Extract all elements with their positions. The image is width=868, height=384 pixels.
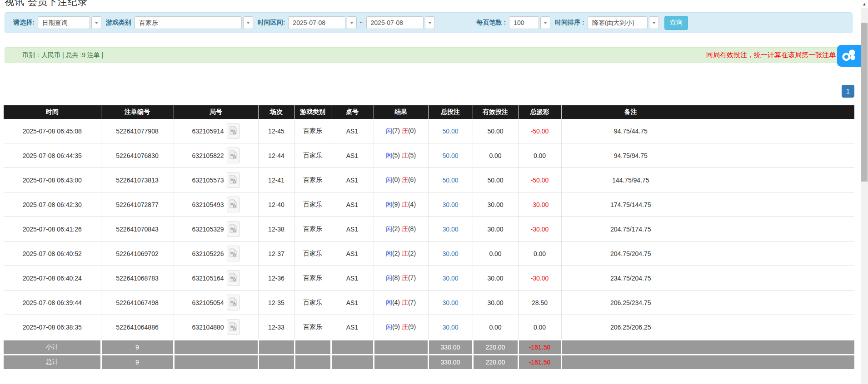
cloud-drive-button[interactable] <box>837 45 861 67</box>
remark: 94.75/94.75 <box>561 143 854 168</box>
video-replay-button[interactable] <box>227 172 240 188</box>
round-id: 632105329 <box>192 226 224 233</box>
date-from-caret-button[interactable]: ▼ <box>347 16 357 29</box>
sort-order-caret-button[interactable]: ▼ <box>649 16 659 29</box>
video-replay-button[interactable] <box>227 148 240 163</box>
date-mode-value[interactable]: 日期查询 <box>38 16 90 29</box>
vertical-scrollbar[interactable]: ▲ <box>861 0 868 384</box>
session: 12-41 <box>258 168 294 192</box>
date-to-value[interactable]: 2025-07-08 <box>366 16 424 29</box>
round-id: 632105493 <box>192 201 224 208</box>
game-type-select[interactable]: 百家乐 ▼ <box>135 16 253 29</box>
round-id-cell: 632105822 <box>174 143 258 168</box>
result-player-label: 闲 <box>386 127 392 134</box>
result: 闲(8) 庄(7) <box>374 266 428 290</box>
total-bet-link[interactable]: 50.00 <box>442 177 458 184</box>
video-replay-button[interactable] <box>227 295 240 310</box>
video-record-icon <box>229 248 237 259</box>
date-mode-select[interactable]: 日期查询 ▼ <box>38 16 101 29</box>
session: 12-45 <box>258 119 294 143</box>
game-type-value[interactable]: 百家乐 <box>135 16 242 29</box>
bet-time: 2025-07-08 06:40:24 <box>4 266 101 290</box>
date-to-caret-button[interactable]: ▼ <box>425 16 435 29</box>
result: 闲(4) 庄(7) <box>374 290 428 315</box>
date-from-value[interactable]: 2025-07-08 <box>288 16 345 29</box>
date-from-select[interactable]: 2025-07-08 ▼ <box>288 16 357 29</box>
grand-total-row: 总计9330.00220.00-161.50 <box>4 355 854 369</box>
table-no: AS1 <box>331 290 374 315</box>
bet-row-5: 2025-07-08 06:41:26522641070843632105329… <box>4 217 854 241</box>
total-bet-link[interactable]: 30.00 <box>442 226 458 233</box>
game-type: 百家乐 <box>294 168 331 192</box>
result-player-label: 闲 <box>386 225 392 232</box>
page-size-caret-button[interactable]: ▼ <box>540 16 550 29</box>
video-replay-button[interactable] <box>227 270 240 286</box>
total-bet-link[interactable]: 30.00 <box>442 250 458 257</box>
bet-id: 522641077908 <box>101 119 174 143</box>
session: 12-37 <box>258 241 294 266</box>
result: 闲(0) 庄(6) <box>374 168 428 192</box>
total-bet-link[interactable]: 50.00 <box>442 128 458 135</box>
subtotal-total-bet: 330.00 <box>428 340 473 355</box>
date-mode-caret-button[interactable]: ▼ <box>91 16 101 29</box>
bet-time: 2025-07-08 06:38:35 <box>4 315 101 340</box>
scroll-up-arrow-icon[interactable]: ▲ <box>861 0 868 8</box>
scrollbar-thumb[interactable] <box>861 23 868 182</box>
sort-order-value[interactable]: 降幂(由大到小) <box>588 16 648 29</box>
video-replay-button[interactable] <box>227 319 240 335</box>
bet-id: 522641073813 <box>101 168 174 192</box>
page-title: 视讯 会员下注纪录 <box>5 0 88 8</box>
session: 12-36 <box>258 266 294 290</box>
result-banker-label: 庄 <box>402 201 408 208</box>
session: 12-38 <box>258 217 294 241</box>
result-player-value: (4) <box>392 299 400 306</box>
col-header-table-no: 桌号 <box>331 105 374 119</box>
round-id: 632105226 <box>192 250 224 257</box>
video-replay-button[interactable] <box>227 221 240 237</box>
bet-row-2: 2025-07-08 06:44:35522641076830632105822… <box>4 143 854 168</box>
payout: 0.00 <box>518 241 561 266</box>
round-id: 632105164 <box>192 275 224 282</box>
sort-order-select[interactable]: 降幂(由大到小) ▼ <box>588 16 659 29</box>
table-no: AS1 <box>331 241 374 266</box>
session: 12-44 <box>258 143 294 168</box>
result-player-label: 闲 <box>386 176 392 183</box>
session: 12-35 <box>258 290 294 315</box>
page-size-select[interactable]: 100 ▼ <box>509 16 550 29</box>
bet-row-9: 2025-07-08 06:38:35522641064886632104880… <box>4 315 854 340</box>
video-record-icon <box>229 322 237 332</box>
video-replay-button[interactable] <box>227 246 240 261</box>
game-type: 百家乐 <box>294 315 331 340</box>
game-type-caret-button[interactable]: ▼ <box>243 16 253 29</box>
result-player-value: (2) <box>392 225 400 232</box>
table-no: AS1 <box>331 143 374 168</box>
chevron-down-icon: ▼ <box>543 21 548 25</box>
query-button[interactable]: 查询 <box>664 16 688 30</box>
payout: -30.00 <box>518 266 561 290</box>
round-id: 632105054 <box>192 299 224 306</box>
bet-id: 522641070843 <box>101 217 174 241</box>
page-size-label: 每页笔数 : <box>477 19 506 27</box>
bet-id: 522641067498 <box>101 290 174 315</box>
total-bet-link[interactable]: 50.00 <box>442 152 458 159</box>
total-bet-link[interactable]: 30.00 <box>442 201 458 208</box>
video-record-icon <box>229 273 237 283</box>
valid-bet-notice: 同局有效投注，统一计算在该局第一张注单 <box>706 51 836 59</box>
date-to-select[interactable]: 2025-07-08 ▼ <box>366 16 435 29</box>
grand-total-total-bet: 330.00 <box>428 355 473 369</box>
total-bet-link[interactable]: 30.00 <box>442 324 458 331</box>
video-replay-button[interactable] <box>227 123 240 139</box>
pagination-page-1-button[interactable]: 1 <box>842 85 854 98</box>
valid-bet: 0.00 <box>473 143 518 168</box>
remark: 94.75/44.75 <box>561 119 854 143</box>
video-record-icon <box>229 175 237 185</box>
bet-row-7: 2025-07-08 06:40:24522641068783632105164… <box>4 266 854 290</box>
total-bet-link[interactable]: 30.00 <box>442 299 458 306</box>
grand-total-count: 9 <box>101 355 174 369</box>
table-header-row: 时间 注单编号 局号 场次 游戏类别 桌号 结果 总投注 有效投注 总派彩 备注 <box>4 105 854 119</box>
result-player-value: (9) <box>392 201 400 208</box>
video-replay-button[interactable] <box>227 197 240 212</box>
total-bet-link[interactable]: 30.00 <box>442 275 458 282</box>
chevron-down-icon: ▼ <box>245 21 250 25</box>
page-size-value[interactable]: 100 <box>509 16 539 29</box>
